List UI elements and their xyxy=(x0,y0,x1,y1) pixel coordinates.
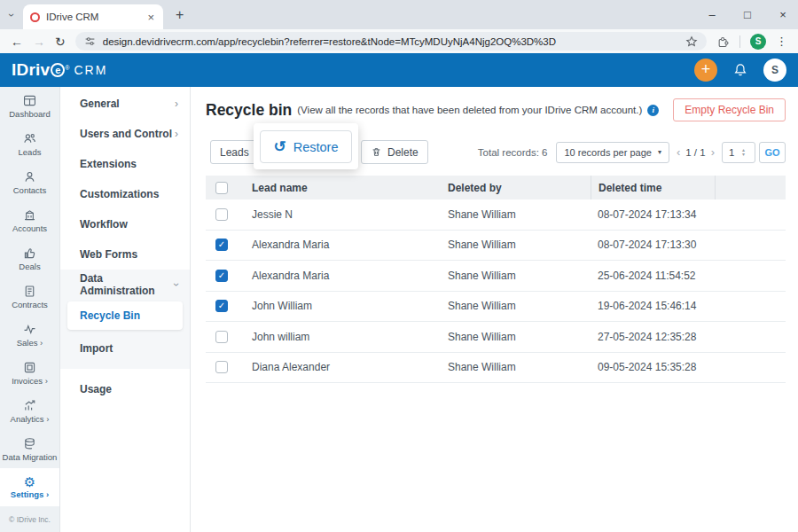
deleted-time: 08-07-2024 17:13:34 xyxy=(591,208,715,221)
lead-name[interactable]: John william xyxy=(238,331,441,343)
sidebar-item-invoices[interactable]: Invoices › xyxy=(0,354,59,392)
menu-item-customizations[interactable]: Customizations xyxy=(60,179,190,209)
menu-item-recycle-bin-active[interactable]: Recycle Bin xyxy=(67,301,183,330)
site-settings-icon[interactable] xyxy=(84,35,96,47)
deleted-by: Shane William xyxy=(441,361,591,373)
menu-item-extensions[interactable]: Extensions xyxy=(60,149,190,179)
sidebar-item-analytics[interactable]: Analytics › xyxy=(0,392,59,430)
go-button[interactable]: GO xyxy=(759,142,786,163)
lead-name[interactable]: John William xyxy=(238,300,441,312)
restore-button[interactable]: ↺ Restore xyxy=(260,130,352,163)
recycle-bin-table: ✓ Lead name Deleted by Deleted time ✓ Je… xyxy=(206,176,786,383)
lead-name[interactable]: Diana Alexander xyxy=(238,361,441,373)
notifications-bell-icon[interactable] xyxy=(732,62,748,78)
analytics-icon xyxy=(22,398,37,413)
browser-tab[interactable]: IDrive CRM × xyxy=(23,4,163,29)
menu-item-general[interactable]: General › xyxy=(60,89,190,119)
leads-icon xyxy=(22,131,37,146)
window-close-button[interactable]: × xyxy=(777,8,789,21)
gear-icon: ⚙ xyxy=(24,475,35,489)
page-indicator: 1 / 1 xyxy=(685,147,705,158)
chevron-down-icon: › xyxy=(170,283,183,286)
user-avatar[interactable]: S xyxy=(763,59,786,82)
lead-name[interactable]: Alexandra Maria xyxy=(238,239,441,251)
copyright-text: © IDrive Inc. xyxy=(0,515,59,532)
browser-profile-avatar[interactable]: S xyxy=(750,34,766,50)
refresh-icon[interactable]: ↻ xyxy=(55,35,66,49)
restore-popup: ↺ Restore xyxy=(254,123,358,169)
row-checkbox[interactable]: ✓ xyxy=(215,300,228,312)
sidebar-item-data-migration[interactable]: Data Migration xyxy=(0,430,59,468)
sidebar-item-leads[interactable]: Leads xyxy=(0,125,59,163)
deleted-time: 08-07-2024 17:13:30 xyxy=(591,239,715,251)
browser-menu-icon[interactable]: ⋮ xyxy=(776,35,787,48)
module-sidebar: Dashboard Leads Contacts Accounts Deals … xyxy=(0,87,60,532)
browser-tabstrip: › IDrive CRM × + – □ × xyxy=(0,0,798,29)
sales-icon xyxy=(22,322,37,337)
menu-item-users-and-control[interactable]: Users and Control › xyxy=(60,119,190,149)
menu-item-web-forms[interactable]: Web Forms xyxy=(60,239,190,270)
next-page-icon[interactable]: › xyxy=(711,145,715,159)
sidebar-item-sales[interactable]: Sales › xyxy=(0,316,59,354)
table-row[interactable]: ✓ Jessie N Shane William 08-07-2024 17:1… xyxy=(206,200,786,231)
column-header-lead-name[interactable]: Lead name xyxy=(238,176,441,200)
check-icon: ✓ xyxy=(218,271,225,280)
deleted-by: Shane William xyxy=(441,331,591,343)
table-row[interactable]: ✓ John William Shane William 19-06-2024 … xyxy=(206,292,786,323)
spinner-icons[interactable]: ▴▾ xyxy=(742,148,747,157)
table-header: ✓ Lead name Deleted by Deleted time xyxy=(206,176,786,200)
back-icon[interactable]: ← xyxy=(11,35,23,49)
records-per-page-select[interactable]: 10 records per page ▾ xyxy=(556,142,669,163)
menu-item-usage[interactable]: Usage xyxy=(60,374,190,404)
select-all-checkbox[interactable]: ✓ xyxy=(215,182,228,194)
column-header-deleted-by[interactable]: Deleted by xyxy=(441,176,591,200)
tab-close-icon[interactable]: × xyxy=(145,11,156,24)
quick-add-button[interactable]: + xyxy=(694,59,717,82)
prev-page-icon[interactable]: ‹ xyxy=(677,145,680,159)
menu-item-import[interactable]: Import xyxy=(60,335,190,362)
settings-menu: General › Users and Control › Extensions… xyxy=(60,87,191,532)
lead-name[interactable]: Jessie N xyxy=(238,208,441,221)
row-checkbox[interactable]: ✓ xyxy=(215,239,228,251)
deleted-time: 25-06-2024 11:54:52 xyxy=(591,270,715,282)
table-row[interactable]: ✓ Diana Alexander Shane William 09-05-20… xyxy=(206,353,786,384)
info-icon[interactable]: i xyxy=(647,105,659,116)
sidebar-item-deals[interactable]: Deals xyxy=(0,239,59,278)
tab-search-icon[interactable]: › xyxy=(0,9,23,21)
menu-item-workflow[interactable]: Workflow xyxy=(60,209,190,239)
row-checkbox[interactable]: ✓ xyxy=(215,361,228,373)
bookmark-star-icon[interactable] xyxy=(685,35,698,48)
idrive-crm-logo: IDriv e ® CRM xyxy=(12,60,107,80)
new-tab-button[interactable]: + xyxy=(176,7,184,23)
check-icon: ✓ xyxy=(218,301,225,310)
row-checkbox[interactable]: ✓ xyxy=(215,270,228,282)
row-checkbox[interactable]: ✓ xyxy=(215,331,228,343)
extensions-icon[interactable] xyxy=(716,35,730,48)
sidebar-item-settings[interactable]: ⚙ Settings › xyxy=(0,468,59,506)
address-bar[interactable]: design.devidrivecrm.com/app/recyclebin?r… xyxy=(75,32,707,51)
table-row[interactable]: ✓ Alexandra Maria Shane William 25-06-20… xyxy=(206,261,786,292)
sidebar-item-contacts[interactable]: Contacts xyxy=(0,163,59,201)
table-row[interactable]: ✓ Alexandra Maria Shane William 08-07-20… xyxy=(206,231,786,262)
contracts-icon xyxy=(22,284,37,299)
browser-window: › IDrive CRM × + – □ × ← → ↻ design.devi… xyxy=(0,0,798,532)
trash-icon xyxy=(371,146,382,158)
menu-item-data-administration[interactable]: Data Administration › xyxy=(60,270,190,300)
sidebar-item-dashboard[interactable]: Dashboard xyxy=(0,87,59,125)
table-row[interactable]: ✓ John william Shane William 27-05-2024 … xyxy=(206,322,786,353)
sidebar-item-accounts[interactable]: Accounts xyxy=(0,201,59,239)
column-header-deleted-time[interactable]: Deleted time xyxy=(591,176,715,200)
chevron-right-icon: › xyxy=(175,128,178,140)
sidebar-item-contracts[interactable]: Contracts xyxy=(0,278,59,316)
contacts-icon xyxy=(22,169,37,184)
window-maximize-button[interactable]: □ xyxy=(741,8,754,21)
empty-recycle-bin-button[interactable]: Empty Recycle Bin xyxy=(673,98,786,121)
delete-button[interactable]: Delete xyxy=(361,140,428,164)
caret-down-icon: ▾ xyxy=(658,148,661,156)
page-number-input[interactable] xyxy=(723,147,742,158)
window-minimize-button[interactable]: – xyxy=(706,8,718,21)
main-content: Recycle bin (View all the records that h… xyxy=(191,87,798,532)
row-checkbox[interactable]: ✓ xyxy=(215,208,228,221)
url-text[interactable]: design.devidrivecrm.com/app/recyclebin?r… xyxy=(103,36,678,47)
lead-name[interactable]: Alexandra Maria xyxy=(238,270,441,282)
